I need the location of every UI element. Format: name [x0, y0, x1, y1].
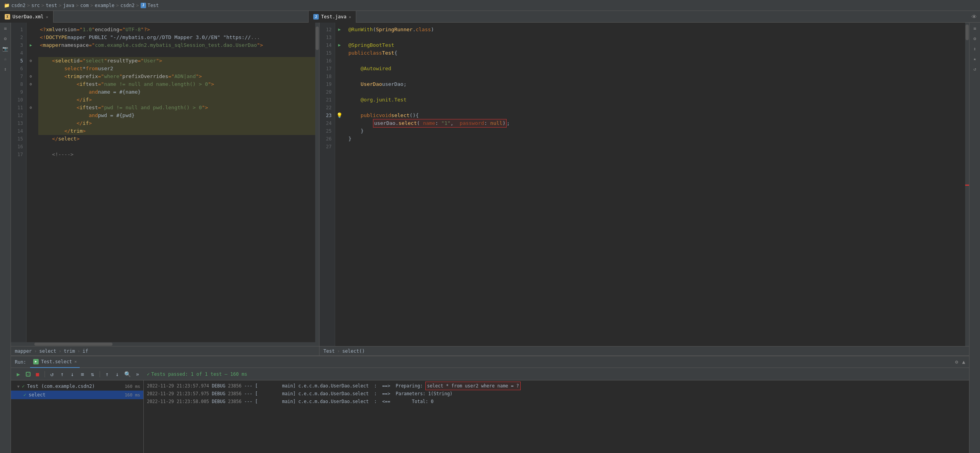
- tree-time-select: 160 ms: [125, 393, 140, 398]
- log-logger-2: c.e.c.m.dao.UserDao.select: [298, 390, 369, 398]
- run-toolbar: ▶ ✓ ■ ↺ ↑ ↓ ≡ ⇅ ↑ ↓ 🔍 » ✓ Tests passed: …: [11, 368, 969, 380]
- sort-duration-button[interactable]: ↓: [68, 370, 76, 378]
- bc-select: select: [39, 348, 56, 354]
- rs-icon-3[interactable]: ↕: [971, 44, 979, 53]
- java-line-13: [347, 34, 965, 41]
- bc-item-com[interactable]: com: [80, 3, 89, 8]
- log-logger-3: c.e.c.m.dao.UserDao.select: [298, 398, 369, 405]
- ls-icon-1[interactable]: ≡: [1, 24, 10, 33]
- next-test-button[interactable]: ↓: [113, 370, 121, 378]
- tab-java-label: Test.java: [321, 14, 346, 20]
- tab-test-java[interactable]: J Test.java ✕: [309, 11, 356, 23]
- xml-gutter: ▶ ⚙ ⚙ ⚙ ⚙: [27, 23, 35, 342]
- bc-item-test-class[interactable]: Test: [148, 3, 159, 8]
- tree-item-test-class[interactable]: ▼ ✓ Test (com.example.csdn2) 160 ms: [11, 382, 143, 391]
- bc-item-java[interactable]: java: [63, 3, 74, 8]
- test-tree: ▼ ✓ Test (com.example.csdn2) 160 ms ✓ se…: [11, 380, 144, 453]
- xml-breadcrumb: mapper › select › trim › if: [11, 346, 319, 355]
- java-line-18: [347, 73, 965, 80]
- xml-icon: X: [5, 14, 10, 20]
- java-gutter: ▶ ▶ 💡: [335, 23, 344, 346]
- xml-line-1: <?xml version="1.0" encoding="UTF-8"?>: [38, 26, 315, 34]
- bc-item-test[interactable]: test: [46, 3, 57, 8]
- collapse-all-button[interactable]: ⇅: [89, 370, 96, 378]
- log-preparing-highlight: select * from user2 where name = ?: [425, 382, 520, 390]
- editors-row: 1 2 3 4 5 6 7 8 9 10 11 12 13 14: [11, 23, 969, 355]
- ls-icon-2[interactable]: ⚙: [1, 34, 10, 43]
- xml-code-area[interactable]: <?xml version="1.0" encoding="UTF-8"?> <…: [35, 23, 315, 342]
- java-line-19: UserDao userDao;: [347, 80, 965, 88]
- run-tab-test-select[interactable]: ▶ Test.select ✕: [30, 356, 80, 368]
- log-level-3: DEBUG: [212, 398, 225, 405]
- run-panel-expand-icon[interactable]: ▲: [962, 359, 965, 365]
- xml-hscrollbar[interactable]: [11, 342, 319, 346]
- bc-item-example[interactable]: example: [95, 3, 114, 8]
- editor-xml: 1 2 3 4 5 6 7 8 9 10 11 12 13 14: [11, 23, 320, 355]
- tab-xml-close[interactable]: ✕: [46, 15, 48, 19]
- java-code-area[interactable]: @RunWith(SpringRunner.class) @SpringBoot…: [344, 23, 965, 346]
- check-filter-btn[interactable]: ✓: [25, 371, 31, 377]
- run-tab-close[interactable]: ✕: [74, 359, 77, 364]
- run-settings-icon[interactable]: ⚙: [955, 359, 958, 365]
- xml-line-14: </trim>: [38, 127, 315, 135]
- xml-scroll-thumb[interactable]: [316, 27, 319, 50]
- ls-icon-5[interactable]: ↕: [1, 65, 10, 73]
- tab-java-close[interactable]: ✕: [349, 15, 351, 19]
- bc-item-csdn2-2[interactable]: csdn2: [120, 3, 134, 8]
- java-line-17: @Autowired: [347, 65, 965, 73]
- xml-line-13: </if>: [38, 119, 315, 127]
- bc-select-method: select(): [342, 348, 365, 354]
- bulb-icon: 💡: [336, 112, 343, 119]
- log-line-2: 2022-11-29 21:23:57.975 DEBUG 23856 --- …: [147, 390, 966, 398]
- java-line-22: [347, 104, 965, 112]
- java-scroll-thumb[interactable]: [966, 25, 969, 40]
- log-time-3: 2022-11-29 21:23:58.005: [147, 398, 209, 405]
- java-line-21: @org.junit.Test: [347, 96, 965, 104]
- editor-java: 12 13 14 15 16 17 18 19 20 21 22 23 24 2…: [320, 23, 969, 355]
- bc-folder-icon: 📁: [4, 3, 10, 8]
- expand-all-button[interactable]: ≡: [79, 370, 86, 378]
- editor-tabs: X UserDao.xml ✕ J Test.java ✕ 👁: [0, 11, 980, 23]
- java-line-numbers: 12 13 14 15 16 17 18 19 20 21 22 23 24 2…: [320, 23, 335, 346]
- tree-item-select[interactable]: ✓ select 160 ms: [11, 391, 143, 399]
- java-file-icon: J: [141, 3, 146, 8]
- ls-icon-3[interactable]: 📷: [1, 44, 10, 53]
- xml-scrollbar[interactable]: [315, 23, 319, 342]
- bc-item-src[interactable]: src: [31, 3, 40, 8]
- more-options-button[interactable]: »: [134, 370, 141, 378]
- ls-icon-4[interactable]: ☆: [1, 55, 10, 63]
- tree-check-class: ✓: [22, 384, 25, 389]
- bc-test: Test: [323, 348, 335, 354]
- rerun-failed-button[interactable]: ↺: [48, 370, 56, 378]
- stop-button[interactable]: ■: [34, 370, 41, 378]
- sort-alpha-button[interactable]: ↑: [58, 370, 66, 378]
- tab-xml-label: UserDao.xml: [12, 14, 43, 20]
- xml-line-17: <!---->: [38, 151, 315, 158]
- rs-icon-4[interactable]: ★: [971, 55, 979, 63]
- rs-icon-1[interactable]: ≡: [971, 24, 979, 33]
- tree-expand-icon: ▼: [17, 384, 20, 389]
- rs-icon-5[interactable]: ↺: [971, 65, 979, 73]
- xml-line-10: </if>: [38, 96, 315, 104]
- java-scrollbar[interactable]: [965, 23, 969, 346]
- java-line-26: }: [347, 135, 965, 143]
- tab-userdao-xml[interactable]: X UserDao.xml ✕: [0, 11, 54, 23]
- bc-item-csdn2[interactable]: csdn2: [11, 3, 25, 8]
- prev-test-button[interactable]: ↑: [103, 370, 111, 378]
- log-line-1: 2022-11-29 21:23:57.974 DEBUG 23856 --- …: [147, 382, 966, 390]
- log-level-1: DEBUG: [212, 382, 225, 390]
- xml-line-6: select * from user2: [38, 65, 315, 73]
- search-test-button[interactable]: 🔍: [123, 370, 131, 378]
- xml-line-numbers: 1 2 3 4 5 6 7 8 9 10 11 12 13 14: [11, 23, 27, 342]
- xml-hscroll-thumb[interactable]: [34, 343, 112, 346]
- java-line-27: [347, 143, 965, 151]
- bc-trim: trim: [64, 348, 75, 354]
- log-arrow-3: <==: [380, 398, 393, 405]
- java-line-16: [347, 57, 965, 65]
- xml-line-3: <mapper namespace="com.example.csdn2.myb…: [38, 41, 315, 49]
- xml-line-12: and pwd = #{pwd}: [38, 112, 315, 119]
- xml-line-9: and name = #{name}: [38, 88, 315, 96]
- eye-icon[interactable]: 👁: [971, 14, 977, 20]
- rs-icon-2[interactable]: ⚙: [971, 34, 979, 43]
- run-play-button[interactable]: ▶: [14, 370, 23, 378]
